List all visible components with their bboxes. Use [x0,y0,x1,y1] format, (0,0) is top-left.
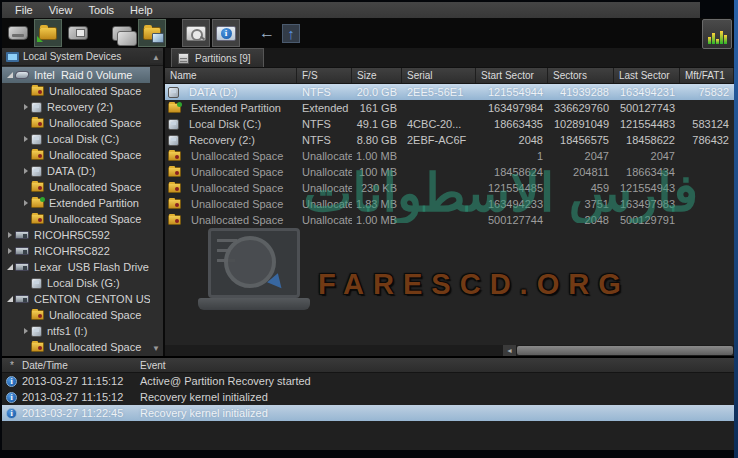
menu-file[interactable]: File [8,4,40,16]
tree-item[interactable]: Unallocated Space [2,115,150,131]
table-row[interactable]: Unallocated SpaceUnallocated230 KB121554… [165,180,734,196]
usb-device-icon [15,231,29,239]
cell-size: 8.80 GB [352,134,402,146]
usb-device-icon [15,247,29,255]
column-header-f-s[interactable]: F/S [297,68,352,83]
cell-name: Recovery (2:) [165,134,297,146]
tree-item[interactable]: Unallocated Space [2,83,150,99]
expand-arrow-icon [24,168,28,174]
expand-arrow[interactable] [20,168,31,174]
cell-fs: Unallocated [297,182,352,194]
table-row[interactable]: Extended PartitionExtended161 GB16349798… [165,100,734,116]
expand-arrow[interactable] [4,296,15,302]
table-row[interactable]: Unallocated SpaceUnallocated1.00 MB50012… [165,212,734,228]
cell-size: 1.00 MB [352,214,402,226]
tree-scroll-up-button[interactable]: ▲ [150,51,162,63]
activity-equalizer-button[interactable] [702,19,732,49]
table-row[interactable]: DATA (D:)NTFS20.0 GB2EE5-56E112155494441… [165,84,734,100]
cell-start: 121554485 [476,182,548,194]
menu-view[interactable]: View [42,4,80,16]
column-header-sectors[interactable]: Sectors [548,68,614,83]
column-header-name[interactable]: Name [165,68,297,83]
tree-item[interactable]: Intel Raid 0 Volume [2,67,150,83]
tree-item[interactable]: Recovery (2:) [2,99,150,115]
back-button[interactable]: ← [256,22,278,44]
log-row[interactable]: i2013-03-27 11:15:12Active@ Partition Re… [2,373,734,389]
scroll-thumb[interactable] [517,346,733,355]
column-header-size[interactable]: Size [352,68,402,83]
log-event: Recovery kernel initialized [140,407,734,419]
equalizer-bar [712,33,715,44]
menu-tools[interactable]: Tools [81,4,121,16]
expand-arrow[interactable] [4,232,15,238]
table-row[interactable]: Unallocated SpaceUnallocated100 MB184586… [165,164,734,180]
cell-size: 49.1 GB [352,118,402,130]
local-disks-button[interactable] [108,19,136,47]
open-disk-image-icon [8,26,28,40]
column-header-serial[interactable]: Serial [402,68,476,83]
cell-name: Unallocated Space [165,150,297,162]
tree-item[interactable]: ntfs1 (I:) [2,323,150,339]
scan-volume-button[interactable] [34,19,62,47]
table-row[interactable]: Unallocated SpaceUnallocated1.83 MB16349… [165,196,734,212]
tree-item[interactable]: Unallocated Space [2,147,150,163]
recover-partition-button[interactable] [138,19,166,47]
cell-sectors: 2048 [548,214,614,226]
info-icon: i [6,392,17,403]
tree-item[interactable]: Lexar USB Flash Drive [2,259,150,275]
column-header-last-sector[interactable]: Last Sector [614,68,680,83]
tree-item[interactable]: RICOHR5C822 [2,243,150,259]
preview-button[interactable] [182,19,210,47]
cell-start: 2048 [476,134,548,146]
tree-item[interactable]: Local Disk (G:) [2,275,150,291]
cell-name: Local Disk (C:) [165,118,297,130]
device-tree-panel: Local System Devices ▲ Intel Raid 0 Volu… [2,48,165,356]
menu-help[interactable]: Help [123,4,160,16]
tab-partitions[interactable]: Partitions [9] [171,48,264,67]
cell-fs: Unallocated [297,214,352,226]
cell-start: 18458624 [476,166,548,178]
expand-arrow[interactable] [20,136,31,142]
expand-arrow[interactable] [4,264,15,270]
expand-arrow[interactable] [20,328,31,334]
expand-arrow[interactable] [4,248,15,254]
log-row[interactable]: i2013-03-27 11:22:45Recovery kernel init… [2,405,734,421]
expand-arrow[interactable] [20,200,31,206]
log-time: 2013-03-27 11:15:12 [22,391,140,403]
cell-fs: Unallocated [297,150,352,162]
tree-item[interactable]: DATA (D:) [2,163,150,179]
scroll-left-button[interactable]: ◄ [503,345,516,356]
tree-item-label: Unallocated Space [49,117,141,129]
expand-arrow[interactable] [4,72,15,78]
column-header-start-sector[interactable]: Start Sector [476,68,548,83]
tree-item[interactable]: CENTON CENTON USB [2,291,150,307]
log-col-datetime[interactable]: Date/Time [22,360,140,371]
open-disk-image-button[interactable] [4,19,32,47]
tree-item[interactable]: Unallocated Space [2,339,150,355]
create-disk-image-button[interactable] [64,19,92,47]
up-level-button[interactable]: ↑ [280,22,302,44]
expand-arrow-icon [7,72,13,78]
log-row[interactable]: i2013-03-27 11:15:12Recovery kernel init… [2,389,734,405]
table-row[interactable]: Unallocated SpaceUnallocated1.00 MB12047… [165,148,734,164]
tree-item[interactable]: Unallocated Space [2,307,150,323]
log-col-event[interactable]: Event [140,360,734,371]
cell-last: 18663434 [614,166,680,178]
table-row[interactable]: Local Disk (C:)NTFS49.1 GB4CBC-20...1866… [165,116,734,132]
computer-icon [6,52,19,62]
tree-item[interactable]: Unallocated Space [2,179,150,195]
content-area: Local System Devices ▲ Intel Raid 0 Volu… [2,48,734,356]
tree-item[interactable]: Local Disk (C:) [2,131,150,147]
tree-item[interactable]: RICOHR5C592 [2,227,150,243]
table-row[interactable]: Recovery (2:)NTFS8.80 GB2EBF-AC6F2048184… [165,132,734,148]
disk-icon [31,326,42,337]
info-button[interactable] [212,19,240,47]
column-header-mft-fat1[interactable]: Mft/FAT1 [680,68,734,83]
expand-arrow[interactable] [20,104,31,110]
tree-item[interactable]: Unallocated Space [2,211,150,227]
usb-device-icon [15,295,29,303]
tree-item[interactable]: Extended Partition [2,195,150,211]
cell-sectors: 204811 [548,166,614,178]
tree-scroll-down-button[interactable]: ▼ [150,342,162,354]
scan-volume-icon [39,27,57,40]
